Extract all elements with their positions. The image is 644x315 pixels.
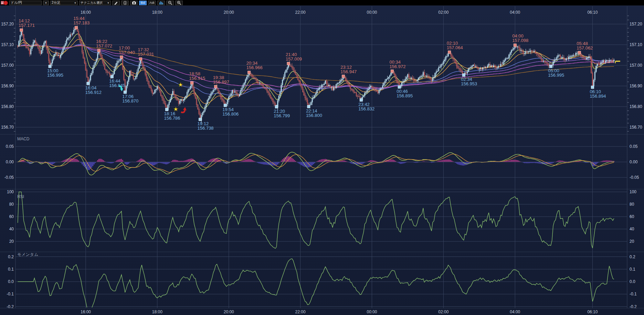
time-label-bottom: 16:00 bbox=[81, 309, 91, 314]
swing-high-marker bbox=[248, 71, 251, 74]
swing-high-marker bbox=[391, 70, 393, 73]
time-label-bottom: 18:00 bbox=[152, 309, 162, 314]
swing-high-price: 156.966 bbox=[246, 65, 263, 70]
chart-type-button[interactable] bbox=[157, 1, 165, 5]
swing-low-marker bbox=[110, 75, 113, 78]
momentum-tick-right: 0.1 bbox=[630, 267, 635, 272]
swing-low-marker bbox=[224, 104, 226, 107]
swing-low-price: 156.945 bbox=[109, 83, 125, 88]
star-icon: ★ bbox=[173, 106, 178, 112]
swing-high-marker bbox=[578, 51, 581, 54]
swing-high-marker bbox=[20, 29, 23, 31]
momentum-tick-right: -0.1 bbox=[630, 292, 637, 296]
pair-select-caret-button[interactable]: ▼ bbox=[43, 1, 49, 5]
swing-low-price: 156.870 bbox=[122, 98, 138, 104]
swing-low-marker bbox=[462, 74, 465, 76]
price-tick-label-right: 156.70 bbox=[630, 125, 642, 130]
swing-high-price: 157.040 bbox=[119, 50, 135, 55]
timeframe-select[interactable]: 2分足 ▼ bbox=[50, 1, 78, 5]
swing-high-price: 157.064 bbox=[447, 45, 463, 50]
star-icon: ★ bbox=[178, 82, 183, 88]
swing-low-price: 156.800 bbox=[306, 113, 322, 118]
swing-low-marker bbox=[360, 99, 362, 101]
swing-high-marker bbox=[120, 56, 123, 58]
technical-select[interactable]: テクニカル選択 ▼ bbox=[79, 1, 111, 5]
swing-low-marker bbox=[549, 65, 552, 68]
pair-select[interactable]: ドル/円 bbox=[9, 1, 42, 5]
zoom-out-button[interactable] bbox=[166, 1, 174, 5]
momentum-tick-left: 0.0 bbox=[8, 279, 14, 284]
momentum-title: モメンタム bbox=[17, 252, 38, 257]
time-label-bottom: 02:00 bbox=[438, 309, 448, 314]
swing-low-price: 156.912 bbox=[85, 90, 102, 95]
swing-low-price: 156.894 bbox=[590, 94, 606, 99]
swing-high-marker bbox=[190, 82, 193, 84]
macd-tick-left: 0.00 bbox=[6, 160, 14, 164]
rsi-tick-left: 40 bbox=[9, 227, 14, 231]
info-button[interactable] bbox=[121, 1, 129, 5]
swing-low-price: 156.832 bbox=[358, 106, 374, 111]
swing-high-price: 157.062 bbox=[577, 45, 593, 51]
swing-high-price: 157.072 bbox=[96, 43, 112, 48]
chart-type-icon bbox=[159, 1, 163, 4]
swing-high-marker bbox=[97, 49, 100, 52]
swing-low-price: 156.953 bbox=[461, 81, 477, 86]
swing-low-marker bbox=[49, 65, 51, 68]
momentum-tick-right: 0.2 bbox=[630, 254, 635, 259]
ask-toggle-button[interactable]: Ask bbox=[148, 1, 156, 5]
price-tick-label-left: 156.80 bbox=[1, 104, 14, 109]
time-label-top: 20:00 bbox=[224, 10, 234, 15]
swing-high-price: 157.183 bbox=[73, 20, 89, 25]
rsi-tick-right: 20 bbox=[630, 239, 634, 244]
swing-high-marker bbox=[342, 75, 345, 78]
swing-low-price: 156.995 bbox=[47, 73, 63, 78]
rsi-tick-left: 100 bbox=[7, 189, 14, 194]
swing-high-price: 156.915 bbox=[189, 76, 205, 81]
bid-toggle-label: Bid bbox=[140, 1, 145, 4]
timeframe-select-label: 2分足 bbox=[52, 0, 61, 5]
rsi-tick-left: 60 bbox=[9, 214, 14, 219]
momentum-tick-left: -0.1 bbox=[7, 292, 14, 296]
momentum-tick-left: 0.2 bbox=[8, 254, 14, 259]
swing-high-marker bbox=[448, 51, 451, 54]
draw-tool-button[interactable] bbox=[112, 1, 120, 5]
price-tick-label-left: 156.70 bbox=[1, 125, 14, 130]
rsi-tick-left: 80 bbox=[9, 202, 14, 207]
swing-low-marker bbox=[199, 118, 202, 121]
rsi-tick-right: 60 bbox=[630, 214, 634, 219]
pair-flag-icon bbox=[1, 1, 8, 5]
zoom-out-icon bbox=[168, 1, 172, 5]
swing-high-marker bbox=[287, 62, 290, 65]
zoom-in-button[interactable] bbox=[175, 1, 183, 5]
swing-high-marker bbox=[139, 57, 142, 60]
time-label-top: 04:00 bbox=[510, 10, 520, 15]
swing-high-price: 157.031 bbox=[138, 52, 154, 57]
price-tick-label-left: 157.20 bbox=[1, 22, 14, 26]
pair-select-label: ドル/円 bbox=[11, 0, 22, 5]
screenshot-button[interactable] bbox=[130, 1, 138, 5]
macd-title: MACD bbox=[17, 137, 30, 141]
swing-low-price: 156.806 bbox=[222, 111, 239, 117]
bid-toggle-button[interactable]: Bid bbox=[139, 1, 147, 5]
price-tick-label-left: 157.00 bbox=[1, 63, 14, 68]
chart-canvas[interactable]: 16:0016:0018:0018:0020:0020:0022:0022:00… bbox=[0, 0, 644, 315]
swing-low-marker bbox=[307, 105, 310, 108]
swing-high-price: 156.972 bbox=[389, 64, 405, 69]
rsi-title: RSI bbox=[17, 194, 24, 199]
swing-high-price: 157.009 bbox=[286, 56, 302, 62]
time-label-top: 00:00 bbox=[367, 10, 377, 15]
time-label-bottom: 00:00 bbox=[367, 309, 377, 314]
time-label-bottom: 22:00 bbox=[295, 309, 306, 314]
swing-low-price: 156.799 bbox=[274, 113, 290, 118]
rsi-tick-right: 100 bbox=[630, 189, 636, 194]
swing-low-marker bbox=[591, 86, 594, 89]
time-label-top: 02:00 bbox=[438, 10, 448, 15]
momentum-tick-left: 0.1 bbox=[8, 267, 14, 272]
rsi-tick-right: 40 bbox=[630, 227, 634, 231]
swing-high-price: 156.897 bbox=[213, 79, 229, 85]
ask-toggle-label: Ask bbox=[149, 1, 155, 4]
jp-flag-icon bbox=[3, 1, 8, 5]
zoom-in-icon bbox=[177, 1, 181, 5]
time-label-top: 06:10 bbox=[587, 10, 598, 15]
caret-down-icon: ▼ bbox=[106, 2, 109, 4]
